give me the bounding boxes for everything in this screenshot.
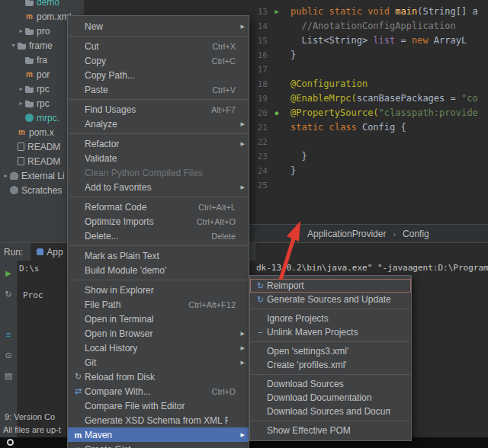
line-number: 17 — [248, 62, 268, 77]
settings-icon[interactable]: ≡ — [2, 328, 14, 341]
maven-submenu-item-create-profiles-xml[interactable]: Create 'profiles.xml' — [250, 358, 411, 372]
maven-submenu-item-unlink-maven-projects[interactable]: −Unlink Maven Projects — [250, 325, 411, 339]
line-number: 13 — [248, 5, 268, 19]
gist-icon: ◉ — [72, 446, 85, 448]
maven-submenu-item-download-sources-and-documentation[interactable]: Download Sources and Documentation — [250, 405, 411, 418]
code-line[interactable]: 13▶public static void main(String[] a — [248, 5, 488, 19]
code-text: @PropertySource("classpath:provide — [286, 106, 488, 120]
menu-item-shortcut: Ctrl+C — [212, 56, 236, 66]
context-menu-item-add-to-favorites[interactable]: Add to Favorites▶ — [68, 180, 249, 194]
console-command-line: dk-13.0.2\bin\java.exe" "-javaagent:D:\P… — [256, 263, 488, 273]
tree-expand-icon[interactable]: ▸ — [17, 27, 25, 34]
line-number: 23 — [248, 149, 268, 164]
code-line[interactable]: 18@Configuration — [248, 77, 488, 91]
code-text: static class Config { — [286, 120, 488, 135]
code-line[interactable]: 23 } — [248, 149, 488, 164]
menu-item-label: Git — [85, 357, 228, 368]
search-icon[interactable] — [7, 439, 14, 446]
version-control-button[interactable]: 9: Version Co — [5, 412, 55, 421]
context-menu-item-compare-with[interactable]: ⇄Compare With...Ctrl+D — [68, 384, 249, 398]
menu-separator — [251, 341, 410, 342]
rerun-icon[interactable]: ↻ — [2, 288, 14, 300]
context-menu-item-analyze[interactable]: Analyze▶ — [68, 117, 249, 131]
code-line[interactable]: 16} — [248, 48, 488, 62]
pin-icon[interactable]: ⊙ — [2, 349, 14, 361]
context-menu-item-paste[interactable]: PasteCtrl+V — [68, 82, 249, 97]
submenu-arrow-icon: ▶ — [236, 331, 245, 337]
context-menu-item-open-in-browser[interactable]: Open in Browser▶ — [68, 326, 249, 341]
context-menu-item-validate[interactable]: Validate — [68, 151, 249, 165]
code-line[interactable]: 19@EnableMrpc(scanBasePackages = "co — [248, 91, 488, 106]
code-line[interactable]: 22 — [248, 135, 488, 149]
context-menu-item-refactor[interactable]: Refactor▶ — [68, 136, 249, 151]
context-menu-item-find-usages[interactable]: Find UsagesAlt+F7 — [68, 102, 249, 117]
code-text: public static void main(String[] a — [286, 5, 488, 19]
tree-expand-icon[interactable]: ▾ — [9, 42, 18, 49]
tree-expand-icon[interactable]: ▸ — [17, 85, 25, 92]
context-menu-item-create-gist[interactable]: ◉Create Gist... — [68, 442, 249, 448]
tree-expand-icon[interactable]: ▸ — [2, 172, 10, 179]
maven-submenu-item-download-sources[interactable]: Download Sources — [250, 377, 411, 391]
breadcrumb-item-application-provider[interactable]: ApplicationProvider — [307, 229, 386, 239]
folder-icon — [25, 0, 34, 6]
context-menu-item-git[interactable]: Git▶ — [68, 355, 249, 370]
maven-submenu-item-ignore-projects[interactable]: Ignore Projects — [250, 312, 411, 325]
bean-gutter-icon[interactable]: ● — [268, 106, 286, 120]
context-menu-item-generate-xsd-schema-from-xml-file[interactable]: Generate XSD Schema from XML File... — [68, 413, 249, 427]
reimport-icon: ↻ — [254, 281, 267, 291]
tree-expand-icon[interactable]: ▸ — [17, 100, 25, 107]
maven-submenu-item-open-settings3-xml[interactable]: Open 'settings3.xml' — [250, 344, 411, 358]
tree-item-label: pom.x — [29, 127, 54, 138]
code-line[interactable]: 21static class Config { — [248, 120, 488, 135]
code-line[interactable]: 20●@PropertySource("classpath:provide — [248, 106, 488, 120]
code-line[interactable]: 17 — [248, 62, 488, 77]
code-text: } — [286, 149, 488, 164]
code-line[interactable]: 15 List<String> list = new ArrayL — [248, 34, 488, 48]
context-menu-item-reformat-code[interactable]: Reformat CodeCtrl+Alt+L — [68, 200, 249, 214]
code-line[interactable]: 25 — [248, 178, 488, 193]
tree-item-label: pro — [37, 26, 50, 37]
context-menu-item-optimize-imports[interactable]: Optimize ImportsCtrl+Alt+O — [68, 214, 249, 229]
globe-icon — [25, 114, 34, 122]
menu-item-label: Generate XSD Schema from XML File... — [85, 415, 228, 426]
breadcrumb-item-config[interactable]: Config — [403, 229, 429, 239]
library-icon — [10, 171, 18, 180]
trash-icon[interactable]: ▤ — [2, 370, 14, 382]
code-editor[interactable]: 13▶public static void main(String[] a14 … — [248, 0, 488, 224]
code-line[interactable]: 14 //AnotationConfigApplication — [248, 19, 488, 34]
context-menu-item-reload-from-disk[interactable]: ↻Reload from Disk — [68, 370, 249, 384]
maven-submenu-item-download-documentation[interactable]: Download Documentation — [250, 391, 411, 405]
menu-item-label: Reimport — [267, 280, 390, 291]
context-menu-item-copy-path[interactable]: Copy Path... — [68, 68, 249, 82]
context-menu-item-compare-file-with-editor[interactable]: Compare File with Editor — [68, 398, 249, 413]
context-menu-item-open-in-terminal[interactable]: Open in Terminal — [68, 312, 249, 326]
run-tab-app[interactable]: App — [30, 243, 69, 261]
maven-submenu-item-show-effective-pom[interactable]: Show Effective POM — [250, 424, 411, 437]
context-menu-item-local-history[interactable]: Local History▶ — [68, 341, 249, 355]
menu-item-shortcut: Ctrl+X — [212, 42, 236, 51]
menu-separator — [251, 374, 410, 375]
menu-separator — [69, 36, 248, 37]
menu-item-label: Find Usages — [85, 104, 204, 115]
maven-submenu-item-generate-sources-and-update-folders[interactable]: ↻Generate Sources and Update Folders — [250, 293, 411, 306]
run-icon[interactable]: ▶ — [2, 267, 14, 280]
context-menu-item-delete[interactable]: Delete...Delete — [68, 229, 249, 243]
context-menu-item-clean-python-compiled-files[interactable]: Clean Python Compiled Files — [68, 165, 249, 180]
context-menu-item-cut[interactable]: CutCtrl+X — [68, 39, 249, 53]
maven-submenu-item-reimport[interactable]: ↻Reimport — [250, 279, 411, 293]
context-menu-item-new[interactable]: New▶ — [68, 19, 249, 34]
context-menu-item-maven[interactable]: mMaven▶ — [68, 427, 249, 442]
menu-item-label: Copy — [85, 56, 204, 66]
submenu-arrow-icon: ▶ — [236, 345, 245, 351]
run-gutter-icon[interactable]: ▶ — [268, 5, 286, 19]
context-menu-item-copy[interactable]: CopyCtrl+C — [68, 53, 249, 68]
tree-item-demo[interactable]: demo — [0, 0, 84, 9]
context-menu-item-build-module-demo[interactable]: Build Module 'demo' — [68, 263, 249, 277]
context-menu-item-file-path[interactable]: File PathCtrl+Alt+F12 — [68, 297, 249, 312]
context-menu-item-show-in-explorer[interactable]: Show in Explorer — [68, 283, 249, 297]
code-line[interactable]: 24} — [248, 164, 488, 178]
gutter-slot — [268, 48, 286, 62]
context-menu-item-mark-as-plain-text[interactable]: Mark as Plain Text — [68, 248, 249, 263]
menu-item-label: Refactor — [85, 139, 228, 149]
submenu-arrow-icon: ▶ — [236, 141, 245, 147]
